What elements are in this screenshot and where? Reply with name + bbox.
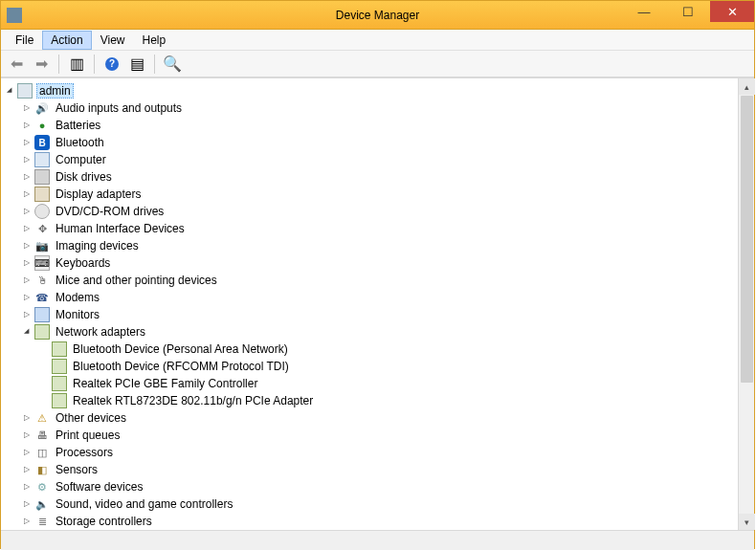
titlebar: Device Manager — ☐ ✕: [1, 1, 754, 30]
expander-icon[interactable]: [20, 222, 33, 234]
tree-device[interactable]: Bluetooth Device (RFCOMM Protocol TDI): [3, 358, 738, 375]
tree-category[interactable]: BBluetooth: [3, 134, 738, 151]
tree-category[interactable]: ⚠Other devices: [3, 409, 738, 427]
tree-category[interactable]: 📷Imaging devices: [3, 237, 738, 254]
menubar: File Action View Help: [1, 30, 754, 51]
tree-category[interactable]: Display adapters: [3, 186, 738, 203]
bt-icon: B: [34, 135, 50, 150]
properties-button[interactable]: ▤: [125, 53, 148, 76]
net-icon: [52, 359, 67, 374]
expander-icon[interactable]: [20, 463, 33, 475]
tree-category[interactable]: ☎Modems: [3, 289, 738, 306]
statusbar: [1, 530, 754, 550]
tree-category[interactable]: Computer: [3, 151, 738, 168]
maximize-button[interactable]: ☐: [666, 1, 710, 22]
scan-hardware-button[interactable]: 🔍: [161, 53, 184, 76]
tree-category[interactable]: 🖱Mice and other pointing devices: [3, 272, 738, 289]
app-icon: [7, 8, 22, 23]
node-label: Print queues: [54, 429, 122, 442]
node-label: Computer: [54, 153, 108, 166]
node-label: Modems: [54, 291, 101, 304]
expander-icon[interactable]: [20, 187, 33, 200]
disk-icon: [34, 169, 50, 185]
window-controls: — ☐ ✕: [622, 1, 754, 22]
menu-action[interactable]: Action: [42, 31, 91, 50]
node-label: Bluetooth Device (RFCOMM Protocol TDI): [71, 360, 291, 373]
show-hide-tree-button[interactable]: ▥: [65, 53, 88, 76]
expander-icon[interactable]: [20, 170, 33, 183]
toolbar: ⬅ ➡ ▥ ? ▤ 🔍: [1, 51, 754, 77]
minimize-button[interactable]: —: [622, 1, 666, 22]
expander-icon[interactable]: [20, 256, 33, 269]
tree-category[interactable]: ✥Human Interface Devices: [3, 220, 738, 237]
back-button[interactable]: ⬅: [5, 53, 28, 76]
modem-icon: ☎: [34, 290, 50, 305]
node-label: Other devices: [54, 411, 128, 425]
toolbar-separator: [94, 55, 95, 74]
expander-icon[interactable]: [20, 205, 33, 217]
net-icon: [34, 324, 50, 340]
expander-icon[interactable]: [20, 446, 33, 458]
forward-button[interactable]: ➡: [30, 53, 53, 76]
menu-file[interactable]: File: [7, 31, 42, 50]
expander-icon[interactable]: [20, 119, 33, 131]
menu-view[interactable]: View: [92, 31, 134, 50]
menu-help[interactable]: Help: [134, 31, 175, 50]
sw-icon: ⚙: [34, 479, 50, 495]
node-label: Mice and other pointing devices: [54, 274, 219, 287]
expander-icon[interactable]: [20, 136, 33, 148]
tree-category[interactable]: ⚙Software devices: [3, 478, 738, 495]
node-label: Imaging devices: [54, 239, 141, 253]
close-button[interactable]: ✕: [710, 1, 754, 22]
dev-icon: ⚠: [34, 410, 50, 426]
node-label: Disk drives: [54, 170, 114, 184]
vertical-scrollbar[interactable]: ▴ ▾: [738, 78, 754, 530]
tree-device[interactable]: Realtek PCIe GBE Family Controller: [3, 375, 738, 392]
expander-icon[interactable]: [20, 515, 33, 527]
print-icon: 🖶: [34, 428, 50, 443]
tree-category[interactable]: DVD/CD-ROM drives: [3, 203, 738, 220]
node-label: Sensors: [54, 463, 100, 476]
tree-category[interactable]: Disk drives: [3, 168, 738, 186]
tree-category[interactable]: ◫Processors: [3, 444, 738, 461]
scroll-down-button[interactable]: ▾: [739, 514, 755, 530]
tree-root[interactable]: admin: [3, 82, 738, 99]
snd-icon: 🔈: [34, 496, 50, 512]
batt-icon: ●: [34, 118, 50, 133]
expander-icon[interactable]: [3, 84, 15, 97]
node-label: admin: [36, 83, 74, 99]
expander-icon[interactable]: [20, 480, 33, 493]
tree-category[interactable]: 🔈Sound, video and game controllers: [3, 495, 738, 513]
expander-icon[interactable]: [20, 153, 33, 165]
tree-category[interactable]: 🖶Print queues: [3, 427, 738, 444]
tree-category[interactable]: ⌨Keyboards: [3, 254, 738, 272]
tree-device[interactable]: Realtek RTL8723DE 802.11b/g/n PCIe Adapt…: [3, 392, 738, 409]
window-title: Device Manager: [336, 9, 419, 22]
scroll-up-button[interactable]: ▴: [739, 78, 755, 95]
scroll-thumb[interactable]: [741, 96, 753, 383]
tree-category[interactable]: ●Batteries: [3, 117, 738, 134]
expander-icon[interactable]: [20, 101, 33, 114]
mouse-icon: 🖱: [34, 273, 50, 288]
tree-device[interactable]: Bluetooth Device (Personal Area Network): [3, 341, 738, 358]
expander-icon[interactable]: [20, 411, 33, 424]
node-label: Sound, video and game controllers: [54, 497, 234, 511]
pc-icon: [17, 83, 33, 99]
tree-category[interactable]: Network adapters: [3, 323, 738, 341]
node-label: Audio inputs and outputs: [54, 101, 184, 115]
tree-category[interactable]: 🔊Audio inputs and outputs: [3, 99, 738, 117]
expander-icon[interactable]: [20, 239, 33, 252]
expander-icon[interactable]: [20, 274, 33, 286]
node-label: Storage controllers: [54, 515, 154, 528]
expander-icon[interactable]: [20, 291, 33, 303]
help-button[interactable]: ?: [100, 53, 123, 76]
tree-category[interactable]: Monitors: [3, 306, 738, 323]
expander-icon[interactable]: [20, 308, 33, 320]
device-tree[interactable]: admin🔊Audio inputs and outputs●Batteries…: [1, 78, 738, 530]
expander-icon[interactable]: [20, 497, 33, 510]
tree-category[interactable]: ≣Storage controllers: [3, 513, 738, 530]
node-label: DVD/CD-ROM drives: [54, 205, 166, 218]
tree-category[interactable]: ◧Sensors: [3, 461, 738, 478]
expander-icon[interactable]: [20, 325, 33, 338]
expander-icon[interactable]: [20, 429, 33, 441]
